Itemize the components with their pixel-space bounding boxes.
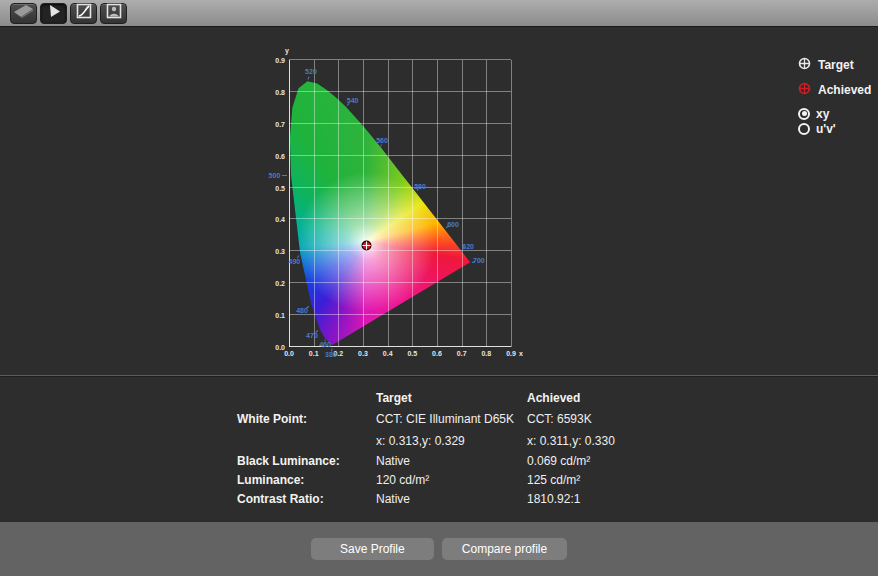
save-profile-button[interactable]: Save Profile xyxy=(311,538,434,560)
gridline-h xyxy=(289,314,511,315)
legend-achieved-label: Achieved xyxy=(818,83,871,97)
column-header-target: Target xyxy=(376,391,527,405)
gridline-v xyxy=(462,60,463,347)
gridline-v xyxy=(314,60,315,347)
wavelength-leader xyxy=(308,76,310,79)
radio-uv[interactable]: u'v' xyxy=(798,121,876,136)
column-header-achieved: Achieved xyxy=(527,391,727,405)
y-tick-label: 0.0 xyxy=(275,344,285,351)
radio-xy-icon[interactable] xyxy=(798,108,810,120)
gridline-h xyxy=(289,187,511,188)
toolbar xyxy=(0,0,878,27)
y-tick-label: 0.4 xyxy=(275,216,285,223)
wavelength-label-520: 520 xyxy=(305,67,317,74)
contrast-ratio-target: Native xyxy=(376,492,527,506)
gridline-v xyxy=(412,60,413,347)
chromaticity-chart: y x 0.00.00.10.10.20.20.30.30.40.40.50.5… xyxy=(289,60,511,347)
y-tick-label: 0.6 xyxy=(275,152,285,159)
black-luminance-achieved: 0.069 cd/m² xyxy=(527,454,727,468)
y-axis-label: y xyxy=(285,47,289,54)
tone-curve-button[interactable] xyxy=(70,3,97,24)
row-label-contrast-ratio: Contrast Ratio: xyxy=(237,492,376,506)
gamut-triangle-icon xyxy=(46,3,62,23)
contrast-ratio-achieved: 1810.92:1 xyxy=(527,492,727,506)
x-tick-label: 0.1 xyxy=(309,350,319,357)
wavelength-leader xyxy=(381,144,382,146)
calibration-results-window: y x 0.00.00.10.10.20.20.30.30.40.40.50.5… xyxy=(0,0,878,576)
x-tick-label: 0.8 xyxy=(481,350,491,357)
x-tick-label: 0.9 xyxy=(506,350,516,357)
luminance-target: 120 cd/m² xyxy=(376,473,527,487)
x-tick-label: 0.6 xyxy=(432,350,442,357)
curve-icon xyxy=(76,3,92,23)
wavelength-leader xyxy=(416,189,418,191)
legend-target-label: Target xyxy=(818,58,854,72)
radio-uv-icon[interactable] xyxy=(798,123,810,135)
wavelength-label-380: 380 xyxy=(325,351,337,358)
y-tick-label: 0.7 xyxy=(275,120,285,127)
gridline-h xyxy=(289,59,511,60)
gridline-v xyxy=(338,60,339,347)
wavelength-leader xyxy=(331,348,332,351)
achieved-crosshair-icon xyxy=(798,81,811,99)
gridline-v xyxy=(363,60,364,347)
white-point-xy-achieved: x: 0.311,y: 0.330 xyxy=(527,434,727,448)
results-table: Target Achieved White Point: CCT: CIE Il… xyxy=(237,387,727,508)
x-tick-label: 0.5 xyxy=(407,350,417,357)
spectral-locus-gamut xyxy=(289,60,511,347)
y-tick-label: 0.5 xyxy=(275,184,285,191)
wavelength-label-560: 560 xyxy=(376,137,388,144)
y-tick-label: 0.8 xyxy=(275,88,285,95)
legend-target-row: Target xyxy=(798,58,876,72)
black-luminance-target: Native xyxy=(376,454,527,468)
white-point-xy-target: x: 0.313,y: 0.329 xyxy=(376,434,527,448)
gridline-v xyxy=(388,60,389,347)
x-axis-label: x xyxy=(519,350,523,357)
wavelength-label-700: 700 xyxy=(473,256,485,263)
legend-achieved-row: Achieved xyxy=(798,83,876,97)
gridline-v xyxy=(289,60,290,347)
gridline-v xyxy=(486,60,487,347)
profile-info-button[interactable] xyxy=(100,3,127,24)
gridline-v xyxy=(511,60,512,347)
gridline-h xyxy=(289,218,511,219)
section-divider xyxy=(0,375,878,377)
row-label-black-luminance: Black Luminance: xyxy=(237,454,376,468)
x-tick-label: 0.7 xyxy=(457,350,467,357)
white-point-achieved: CCT: 6593K xyxy=(527,412,727,426)
display-view-button[interactable] xyxy=(10,3,37,24)
legend: Target Achieved xy u'v' xyxy=(798,58,876,136)
wavelength-label-460: 460 xyxy=(319,341,331,348)
radio-xy[interactable]: xy xyxy=(798,106,876,121)
achieved-marker xyxy=(361,237,372,248)
gridline-h xyxy=(289,282,511,283)
gridline-v xyxy=(437,60,438,347)
gridline-h xyxy=(289,250,511,251)
main-panel: y x 0.00.00.10.10.20.20.30.30.40.40.50.5… xyxy=(0,28,878,522)
y-tick-label: 0.2 xyxy=(275,280,285,287)
row-label-luminance: Luminance: xyxy=(237,473,376,487)
radio-uv-label: u'v' xyxy=(816,122,836,136)
y-tick-label: 0.1 xyxy=(275,312,285,319)
wavelength-leader xyxy=(324,340,325,342)
wavelength-label-580: 580 xyxy=(414,182,426,189)
y-tick-label: 0.3 xyxy=(275,248,285,255)
radio-xy-label: xy xyxy=(816,107,829,121)
chromaticity-plot: y x 0.00.00.10.10.20.20.30.30.40.40.50.5… xyxy=(289,60,511,347)
compare-profile-button[interactable]: Compare profile xyxy=(442,538,567,560)
gridline-h xyxy=(289,123,511,124)
luminance-achieved: 125 cd/m² xyxy=(527,473,727,487)
wavelength-label-500: 500 xyxy=(269,172,281,179)
gamut-view-button[interactable] xyxy=(40,3,67,24)
wavelength-leader xyxy=(347,103,350,106)
x-tick-label: 0.0 xyxy=(284,350,294,357)
gridline-h xyxy=(289,91,511,92)
y-tick-label: 0.9 xyxy=(275,57,285,64)
wavelength-leader xyxy=(282,175,287,176)
x-tick-label: 0.4 xyxy=(383,350,393,357)
profile-person-icon xyxy=(106,3,122,23)
target-crosshair-icon xyxy=(798,56,811,74)
white-point-target: CCT: CIE Illuminant D65K xyxy=(376,412,527,426)
gridline-h xyxy=(289,155,511,156)
footer-bar: Save Profile Compare profile xyxy=(0,522,878,576)
